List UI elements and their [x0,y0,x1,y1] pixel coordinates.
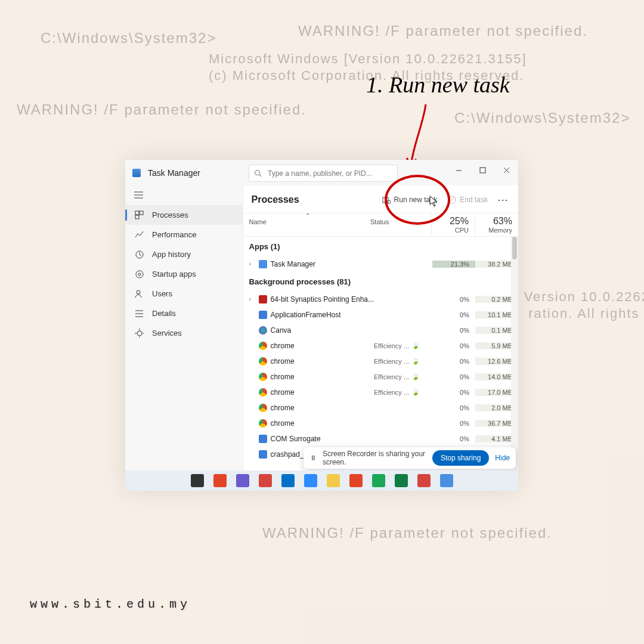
pause-icon: ⏸ [309,454,317,462]
col-status[interactable]: Status [368,213,431,236]
toolbar: Processes Run new task End task ⋯ [243,185,518,213]
process-name: chrome [271,404,295,412]
svg-point-14 [138,273,141,275]
process-name: chrome [271,342,295,350]
table-row[interactable]: ›64-bit Synaptics Pointing Enha...0%0.2 … [243,292,518,307]
table-row[interactable]: chrome0%36.7 MB [243,416,518,431]
sidebar-item-performance[interactable]: Performance [125,225,243,244]
process-name: 64-bit Synaptics Pointing Enha... [271,295,374,304]
process-status: Efficiency ...🍃 [374,373,432,380]
history-icon [135,250,144,259]
process-icon [259,311,267,319]
efficiency-leaf-icon: 🍃 [411,388,420,396]
sidebar-item-users[interactable]: Users [125,284,243,304]
more-options-button[interactable]: ⋯ [494,193,512,206]
sidebar-item-processes[interactable]: Processes [125,205,243,225]
search-input[interactable]: Type a name, publisher, or PID... [249,165,398,182]
watermark-text: ration. All rights r [528,306,644,321]
process-name: crashpad_h [271,450,308,459]
taskbar-app-icon[interactable] [440,474,453,487]
stop-sharing-button[interactable]: Stop sharing [432,450,489,466]
chevron-right-icon[interactable]: › [249,296,255,302]
sidebar: Processes Performance App history Startu… [125,185,243,491]
table-row[interactable]: chromeEfficiency ...🍃0%5.9 MB [243,338,518,354]
sidebar-item-label: Startup apps [152,270,196,278]
minimize-button[interactable] [447,160,470,180]
taskbar-app-icon[interactable] [349,474,363,487]
section-background: Background processes (81) [243,272,518,292]
process-icon [259,357,267,366]
table-row[interactable]: ›Task Manager21.3%38.2 MB [243,256,518,272]
process-cpu: 0% [432,296,475,303]
startup-icon [135,270,144,278]
process-cpu: 0% [432,311,475,318]
sidebar-item-label: Users [152,289,172,298]
process-cpu: 0% [432,327,475,334]
taskbar-app-icon[interactable] [372,474,385,487]
table-row[interactable]: chromeEfficiency ...🍃0%14.0 MB [243,369,518,385]
services-icon [135,329,144,338]
scrollbar-thumb[interactable] [512,237,517,259]
watermark-text: C:\Windows\System32> [454,110,630,126]
taskbar-app-icon[interactable] [213,474,227,487]
process-icon [259,373,267,381]
close-button[interactable] [494,160,518,180]
page-heading: Processes [252,194,299,205]
svg-point-0 [255,171,260,175]
taskbar-app-icon[interactable] [281,474,295,487]
end-task-button[interactable]: End task [443,193,493,207]
maximize-button[interactable] [470,160,494,180]
sidebar-item-label: App history [152,250,191,259]
process-icon [259,260,267,268]
window-title: Task Manager [148,168,200,178]
svg-rect-3 [480,168,485,173]
svg-rect-10 [140,211,143,215]
run-new-task-button[interactable]: Run new task [377,193,442,207]
taskbar-app-icon[interactable] [259,474,272,487]
table-row[interactable]: chromeEfficiency ...🍃0%12.6 MB [243,354,518,369]
svg-point-19 [137,331,142,336]
taskbar-app-icon[interactable] [191,474,204,487]
taskbar-app-icon[interactable] [236,474,249,487]
table-row[interactable]: ApplicationFrameHost0%10.1 MB [243,307,518,323]
chevron-right-icon[interactable]: › [249,261,255,267]
more-icon: ⋯ [497,193,509,206]
sidebar-item-details[interactable]: Details [125,304,243,323]
watermark-text: Version 10.0.2262 [524,289,644,305]
table-row[interactable]: chromeEfficiency ...🍃0%17.0 MB [243,385,518,400]
watermark-text: WARNING! /F parameter not specified. [262,525,552,541]
screen-share-bar: ⏸ Screen Recorder is sharing your screen… [304,447,516,469]
process-name: ApplicationFrameHost [271,311,341,319]
hide-sharebar-link[interactable]: Hide [495,454,510,462]
sidebar-item-startup-apps[interactable]: Startup apps [125,264,243,284]
process-name: chrome [271,357,295,366]
table-row[interactable]: chrome0%2.0 MB [243,400,518,416]
windows-taskbar[interactable] [125,470,518,491]
table-row[interactable]: COM Surrogate0%4.1 MB [243,431,518,447]
hamburger-button[interactable] [125,185,243,205]
sidebar-item-app-history[interactable]: App history [125,244,243,264]
svg-point-15 [137,290,140,294]
col-name[interactable]: ⌃Name [243,213,368,236]
taskbar-app-icon[interactable] [327,474,340,487]
taskbar-app-icon[interactable] [417,474,431,487]
titlebar[interactable]: Task Manager Type a name, publisher, or … [125,160,518,185]
processes-icon [135,210,144,219]
col-memory[interactable]: 63%Memory [475,213,518,236]
efficiency-leaf-icon: 🍃 [411,357,420,365]
search-placeholder: Type a name, publisher, or PID... [268,169,372,178]
column-headers[interactable]: ⌃Name Status 25%CPU 63%Memory [243,213,518,237]
run-task-icon [382,196,391,204]
taskbar-app-icon[interactable] [395,474,408,487]
taskbar-app-icon[interactable] [304,474,317,487]
process-cpu: 0% [432,420,475,427]
process-status: Efficiency ...🍃 [374,388,432,396]
col-cpu[interactable]: 25%CPU [431,213,475,236]
table-row[interactable]: Canva0%0.1 MB [243,323,518,338]
sidebar-item-services[interactable]: Services [125,323,243,343]
process-icon [259,404,267,412]
end-task-icon [448,196,456,204]
process-cpu: 0% [432,435,475,442]
details-icon [135,309,144,318]
svg-point-27 [387,200,391,204]
